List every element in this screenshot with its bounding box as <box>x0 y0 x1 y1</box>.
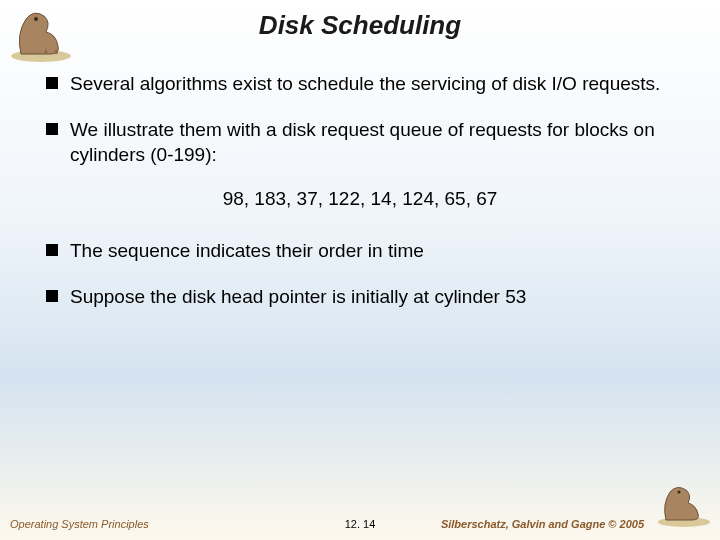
bullet-text: The sequence indicates their order in ti… <box>70 238 424 264</box>
slide-title: Disk Scheduling <box>0 0 720 71</box>
bullet-marker-icon <box>46 244 58 256</box>
footer-book-title: Operating System Principles <box>10 518 149 530</box>
slide-content: Several algorithms exist to schedule the… <box>0 71 720 309</box>
bullet-item: The sequence indicates their order in ti… <box>46 238 674 264</box>
book-logo-top <box>6 4 76 64</box>
bullet-marker-icon <box>46 77 58 89</box>
svg-point-1 <box>34 17 38 21</box>
footer-copyright: Silberschatz, Galvin and Gagne © 2005 <box>441 518 644 530</box>
bullet-marker-icon <box>46 123 58 135</box>
slide-footer: Operating System Principles 12. 14 Silbe… <box>0 518 720 530</box>
bullet-item: We illustrate them with a disk request q… <box>46 117 674 168</box>
bullet-text: Suppose the disk head pointer is initial… <box>70 284 526 310</box>
bullet-text: We illustrate them with a disk request q… <box>70 117 674 168</box>
bullet-item: Suppose the disk head pointer is initial… <box>46 284 674 310</box>
bullet-text: Several algorithms exist to schedule the… <box>70 71 660 97</box>
bullet-item: Several algorithms exist to schedule the… <box>46 71 674 97</box>
svg-point-3 <box>677 490 680 493</box>
footer-page-number: 12. 14 <box>345 518 376 530</box>
request-queue-values: 98, 183, 37, 122, 14, 124, 65, 67 <box>46 188 674 210</box>
bullet-marker-icon <box>46 290 58 302</box>
